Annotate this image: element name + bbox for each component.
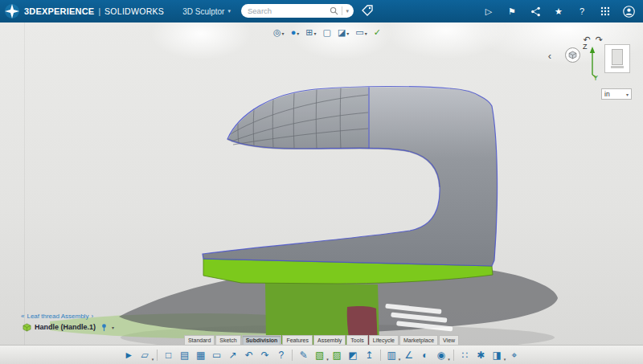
app-switcher[interactable]: 3D Sculptor ▾ [178, 6, 235, 17]
3dexperience-compass-icon[interactable] [4, 3, 20, 19]
open-document-icon[interactable]: ▤ [177, 347, 192, 362]
settings-icon[interactable]: ✱ [473, 347, 489, 362]
units-dropdown[interactable]: in ▾ [601, 88, 632, 100]
glyph: □ [166, 350, 171, 360]
new-document-icon[interactable]: □ [161, 347, 176, 362]
share-network-icon[interactable] [529, 5, 542, 18]
hide-show-icon: ◎ [273, 28, 281, 37]
breadcrumb-parent-link[interactable]: Leaf thread Assembly [27, 313, 88, 320]
box-subdivision-icon[interactable]: ▧ [312, 347, 327, 362]
tag-icon[interactable] [361, 5, 374, 18]
glyph: ► [124, 350, 133, 360]
active-part-name[interactable]: Handle (Handle.1) [35, 323, 96, 331]
flag-icon[interactable]: ⚑ [506, 5, 518, 18]
action-toolbar: ► ▱ ▾ □ ▤ ▦ ▭ ↗ ↶ ↷ ? ✎ ▧ ▾ ▨ ◩ ↥ ▥ ▾ ∠ … [0, 345, 643, 364]
display-style-icon[interactable]: ◨ [489, 347, 505, 362]
glyph: ▤ [180, 350, 189, 360]
topbar-right: ▷ ⚑ ★ ? [482, 5, 643, 18]
view-preview-shape [612, 49, 623, 65]
axis-z-label: Z [583, 43, 588, 51]
view-preview-widget[interactable] [604, 44, 630, 73]
viewport-canvas[interactable] [0, 22, 643, 364]
apps-grid-icon[interactable] [599, 5, 612, 18]
share-icon[interactable]: ↗ [225, 347, 240, 362]
chevron-down-icon: ▾ [504, 357, 506, 364]
redo-icon[interactable]: ↷ [257, 347, 272, 362]
extrude-face-icon[interactable]: ↥ [362, 347, 377, 362]
apply-appearance-button[interactable]: ● ▾ [289, 27, 301, 38]
section-icon: ▢ [323, 28, 331, 37]
3d-model-handle[interactable] [203, 87, 498, 267]
active-part-row: Handle (Handle.1) ▾ [23, 322, 114, 332]
chevron-down-icon: ▾ [365, 31, 367, 37]
breadcrumb-back-icon[interactable]: « [21, 313, 24, 320]
view-orientation-icon[interactable]: ⌖ [506, 347, 522, 362]
glyph: ∠ [404, 350, 413, 360]
viewport[interactable]: ◎ ▾ ● ▾ ⊞ ▾ ▢ ◪ ▾ ▭ ▾ ✓ ↶ ↷ ‹ [0, 22, 643, 364]
sketch-tool-icon[interactable]: ✎ [296, 347, 311, 362]
glyph: ↷ [261, 350, 269, 360]
chevron-down-icon: ▾ [326, 357, 329, 364]
chevron-down-icon: ▾ [227, 8, 231, 14]
display-style-icon: ▭ [355, 28, 363, 37]
chevron-down-icon: ▾ [399, 357, 401, 364]
chevron-down-icon: ▾ [297, 31, 299, 37]
select-tool-icon[interactable]: ► [121, 347, 137, 362]
glyph: ▧ [315, 350, 324, 360]
pattern-icon[interactable]: ∷ [457, 347, 473, 362]
print-icon[interactable]: ▭ [209, 347, 224, 362]
search-options-caret-icon[interactable]: ▾ [346, 8, 349, 14]
part-cube-icon [23, 323, 31, 332]
topbar-left: 3DEXPERIENCE | SOLIDWORKS 3D Sculptor ▾ [0, 3, 235, 19]
glyph: ✱ [477, 350, 485, 360]
chevron-down-icon: ▾ [448, 357, 450, 364]
glyph: ↶ [245, 350, 253, 360]
glyph: ↗ [229, 350, 237, 360]
smooth-subdivision-icon[interactable]: ▨ [330, 347, 345, 362]
hide-show-items-button[interactable]: ◎ ▾ [272, 27, 286, 38]
glyph: ↥ [365, 350, 373, 360]
axis-y-label: Y [593, 74, 598, 80]
pin-icon[interactable] [99, 322, 109, 332]
material-icon[interactable]: ◉ [433, 347, 448, 362]
crease-edges-icon[interactable]: ◩ [346, 347, 361, 362]
subdivision-cage-region[interactable] [227, 87, 368, 149]
view-preview-base [611, 66, 624, 68]
breadcrumb: « Leaf thread Assembly › [21, 313, 93, 320]
help-icon[interactable]: ? [273, 347, 289, 362]
present-icon[interactable]: ▷ [482, 5, 495, 18]
suite-title: SOLIDWORKS [104, 6, 164, 16]
lasso-select-icon[interactable]: ▱ [137, 347, 153, 362]
axis-triad[interactable]: Z Y [582, 40, 601, 80]
chevron-down-icon: ▾ [152, 357, 154, 364]
favorites-star-icon[interactable]: ★ [552, 5, 565, 18]
subdivision-check-button[interactable]: ✓ [372, 27, 383, 38]
measure-icon[interactable]: ∠ [401, 347, 416, 362]
appearance-icon[interactable]: ◐ [417, 347, 432, 362]
glyph: ◐ [422, 350, 428, 360]
search-input[interactable] [246, 6, 330, 16]
section-view-icon[interactable]: ▥ [384, 347, 399, 362]
undo-icon[interactable]: ↶ [241, 347, 256, 362]
user-avatar-icon[interactable] [622, 5, 635, 18]
clipping-plane-button[interactable]: ◪ ▾ [336, 27, 350, 38]
toolbar-separator [380, 350, 381, 361]
section-view-button[interactable]: ▢ [322, 27, 333, 38]
help-icon[interactable]: ? [575, 5, 588, 18]
glyph: ▨ [333, 350, 342, 360]
brand-divider: | [98, 7, 100, 16]
glyph: ▭ [212, 350, 221, 360]
global-search[interactable]: ▾ [241, 4, 354, 18]
collapse-view-panel-icon[interactable]: ‹ [543, 50, 556, 62]
clipping-icon: ◪ [338, 28, 346, 37]
view-modes-button[interactable]: ⊞ ▾ [304, 27, 317, 38]
appearance-icon: ● [291, 28, 297, 37]
display-style-button[interactable]: ▭ ▾ [354, 27, 368, 38]
toolbar-separator [453, 350, 454, 361]
search-icon[interactable] [330, 6, 338, 15]
save-icon[interactable]: ▦ [193, 347, 208, 362]
glyph: ▦ [196, 350, 205, 360]
chevron-down-icon[interactable]: ▾ [112, 325, 114, 330]
orbit-view-button[interactable] [565, 47, 580, 63]
units-value: in [604, 90, 610, 98]
